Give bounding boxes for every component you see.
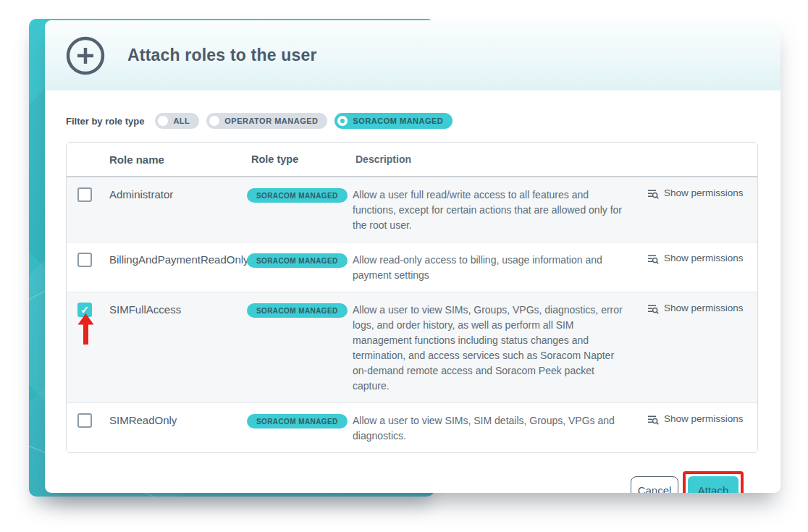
- role-checkbox[interactable]: [77, 187, 92, 202]
- annotation-arrow-icon: [77, 313, 95, 345]
- modal-body: Filter by role type ALL OPERATOR MANAGED…: [45, 113, 780, 493]
- filter-option-soracom-managed[interactable]: SORACOM MANAGED: [334, 113, 453, 129]
- list-search-icon: [647, 254, 659, 265]
- show-permissions-label: Show permissions: [664, 187, 744, 198]
- filter-option-label: OPERATOR MANAGED: [224, 117, 318, 125]
- page-background: Attach roles to the user Filter by role …: [0, 0, 808, 532]
- role-description: Allow a user to view SIMs, SIM details, …: [353, 413, 647, 444]
- show-permissions-label: Show permissions: [664, 413, 744, 424]
- list-search-icon: [647, 189, 659, 200]
- role-checkbox[interactable]: [77, 413, 92, 428]
- table-row: BillingAndPaymentReadOnly SORACOM MANAGE…: [67, 242, 757, 292]
- show-permissions-link[interactable]: Show permissions: [647, 187, 744, 200]
- role-name: SIMFullAccess: [109, 303, 247, 316]
- filter-option-operator-managed[interactable]: OPERATOR MANAGED: [206, 113, 327, 129]
- radio-icon: [158, 116, 168, 126]
- annotation-highlight-box: Attach: [683, 471, 744, 493]
- header-role-name: Role name: [109, 153, 247, 166]
- show-permissions-link[interactable]: Show permissions: [647, 303, 744, 315]
- table-row: SIMReadOnly SORACOM MANAGED Allow a user…: [67, 402, 757, 452]
- list-search-icon: [647, 304, 659, 315]
- show-permissions-label: Show permissions: [664, 253, 744, 263]
- show-permissions-link[interactable]: Show permissions: [647, 253, 744, 265]
- modal-footer: Cancel Attach: [66, 471, 758, 493]
- plus-circle-icon: [65, 35, 106, 76]
- role-name: Administrator: [109, 187, 247, 200]
- modal-title: Attach roles to the user: [127, 46, 317, 65]
- attach-roles-modal: Attach roles to the user Filter by role …: [45, 20, 780, 493]
- radio-icon: [209, 116, 219, 126]
- role-description: Allow read-only access to billing, usage…: [353, 253, 647, 283]
- show-permissions-label: Show permissions: [664, 303, 744, 313]
- role-type-badge: SORACOM MANAGED: [247, 303, 348, 318]
- filter-option-label: SORACOM MANAGED: [353, 117, 443, 125]
- role-checkbox[interactable]: [77, 253, 92, 267]
- role-type-badge: SORACOM MANAGED: [247, 253, 348, 268]
- filter-option-all[interactable]: ALL: [155, 113, 199, 129]
- role-name: SIMReadOnly: [109, 413, 247, 426]
- list-search-icon: [647, 415, 659, 426]
- attach-button[interactable]: Attach: [688, 476, 738, 493]
- table-row: Administrator SORACOM MANAGED Allow a us…: [67, 177, 757, 242]
- table-body: Administrator SORACOM MANAGED Allow a us…: [67, 177, 757, 452]
- filter-row: Filter by role type ALL OPERATOR MANAGED…: [66, 113, 758, 129]
- filter-label: Filter by role type: [66, 116, 144, 127]
- role-name: BillingAndPaymentReadOnly: [109, 253, 247, 266]
- header-role-type: Role type: [247, 153, 353, 165]
- cancel-button[interactable]: Cancel: [631, 476, 678, 493]
- show-permissions-link[interactable]: Show permissions: [647, 413, 744, 426]
- header-description: Description: [353, 152, 647, 167]
- role-type-badge: SORACOM MANAGED: [247, 414, 348, 428]
- role-description: Allow a user full read/write access to a…: [353, 187, 647, 233]
- modal-header: Attach roles to the user: [45, 20, 780, 90]
- role-description: Allow a user to view SIMs, Groups, VPGs,…: [353, 303, 647, 394]
- table-header-row: Role name Role type Description: [67, 143, 757, 177]
- radio-selected-icon: [337, 116, 348, 126]
- filter-option-label: ALL: [173, 117, 190, 125]
- role-type-badge: SORACOM MANAGED: [247, 188, 348, 203]
- roles-table: Role name Role type Description Administ…: [66, 142, 758, 453]
- table-row: SIMFullAccess SORACOM MANAGED Allow a us…: [67, 292, 757, 402]
